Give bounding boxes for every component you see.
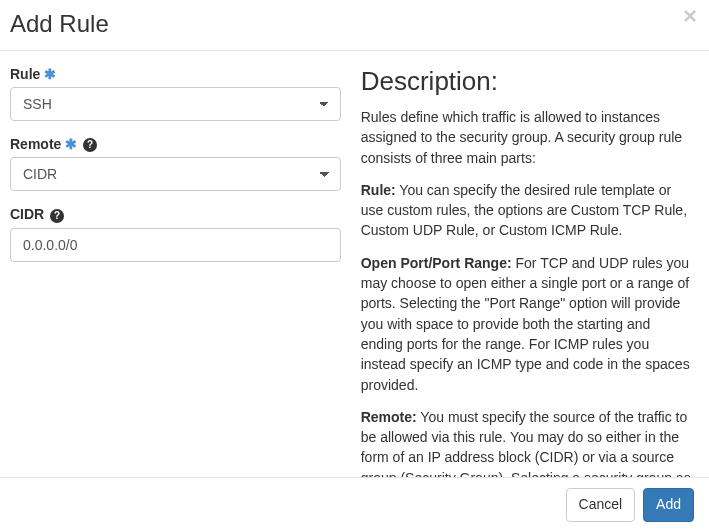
help-icon[interactable]: ? xyxy=(83,138,97,152)
cidr-label: CIDR ? xyxy=(10,206,341,222)
add-rule-modal: Add Rule × Rule ✱ SSH Remote ✱ ? xyxy=(0,0,709,532)
description-rule-text: You can specify the desired rule templat… xyxy=(361,182,687,239)
required-star-icon: ✱ xyxy=(65,136,77,152)
rule-group: Rule ✱ SSH xyxy=(10,66,341,121)
modal-footer: Cancel Add xyxy=(0,477,709,532)
description-rule-label: Rule: xyxy=(361,182,396,198)
add-button[interactable]: Add xyxy=(643,488,694,522)
rule-label-text: Rule xyxy=(10,66,40,82)
remote-group: Remote ✱ ? CIDR xyxy=(10,136,341,191)
cancel-button[interactable]: Cancel xyxy=(566,488,636,522)
rule-label: Rule ✱ xyxy=(10,66,341,82)
modal-header: Add Rule × xyxy=(0,0,709,51)
remote-select[interactable]: CIDR xyxy=(10,157,341,191)
required-star-icon: ✱ xyxy=(44,66,56,82)
description-remote-label: Remote: xyxy=(361,409,417,425)
description-remote: Remote: You must specify the source of t… xyxy=(361,407,691,477)
description-port-text: For TCP and UDP rules you may choose to … xyxy=(361,255,690,393)
close-icon[interactable]: × xyxy=(683,4,697,28)
help-icon[interactable]: ? xyxy=(50,209,64,223)
cidr-label-text: CIDR xyxy=(10,206,44,222)
remote-label: Remote ✱ ? xyxy=(10,136,341,152)
description-port-label: Open Port/Port Range: xyxy=(361,255,512,271)
cidr-group: CIDR ? xyxy=(10,206,341,261)
description-intro: Rules define which traffic is allowed to… xyxy=(361,107,691,168)
description-rule: Rule: You can specify the desired rule t… xyxy=(361,180,691,241)
description-heading: Description: xyxy=(361,66,691,97)
modal-title: Add Rule xyxy=(10,10,694,38)
description-column: Description: Rules define which traffic … xyxy=(361,66,699,467)
form-column: Rule ✱ SSH Remote ✱ ? CIDR C xyxy=(10,66,341,467)
description-port: Open Port/Port Range: For TCP and UDP ru… xyxy=(361,253,691,395)
cidr-input[interactable] xyxy=(10,228,341,262)
modal-body: Rule ✱ SSH Remote ✱ ? CIDR C xyxy=(0,51,709,477)
rule-select[interactable]: SSH xyxy=(10,87,341,121)
remote-label-text: Remote xyxy=(10,136,61,152)
